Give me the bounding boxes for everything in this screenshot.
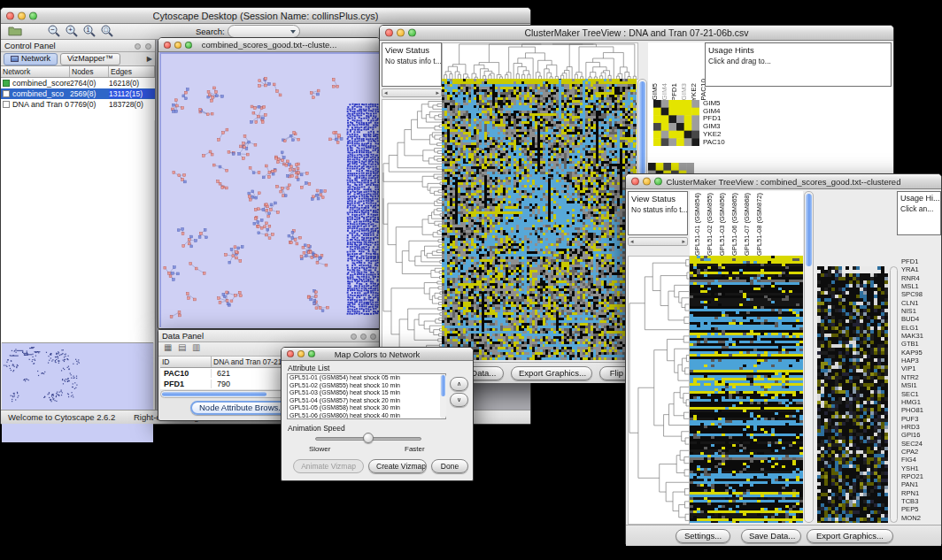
- node-attribute-browser-button[interactable]: Node Attribute Brows...: [190, 401, 293, 415]
- attribute-list-scrollbar[interactable]: [440, 374, 446, 418]
- gene-label[interactable]: NIS1: [900, 307, 941, 315]
- maximize-icon[interactable]: [654, 178, 662, 186]
- gene-label[interactable]: RPN1: [900, 489, 941, 497]
- col-id[interactable]: ID: [160, 357, 212, 367]
- maximize-icon[interactable]: [308, 350, 315, 357]
- close-icon[interactable]: [6, 12, 14, 19]
- minimize-icon[interactable]: [397, 29, 405, 37]
- heatmap-canvas[interactable]: [690, 256, 803, 523]
- scroll-left-icon[interactable]: ◂: [630, 238, 634, 245]
- close-icon[interactable]: [287, 350, 294, 357]
- treeview2-mini-scrollbar[interactable]: ◂ ▸: [628, 237, 688, 246]
- attribute-item[interactable]: GPL51-05 (GSM858) heat shock 30 min: [288, 404, 445, 412]
- experiment-column-label[interactable]: GPL51-06 (GSM865): [730, 193, 738, 256]
- dropdown-arrow-icon[interactable]: [290, 30, 296, 34]
- maximize-icon[interactable]: [185, 42, 192, 49]
- tab-network[interactable]: Network: [4, 53, 58, 65]
- scroll-right-icon[interactable]: ▸: [436, 89, 439, 96]
- done-button[interactable]: Done: [431, 459, 468, 473]
- save-data-button[interactable]: Save Data...: [741, 529, 801, 543]
- treeview2-vscroll-thumb[interactable]: [806, 194, 812, 266]
- treeview2-heatmap[interactable]: [690, 256, 803, 523]
- attribute-rows-icon[interactable]: ▤: [178, 342, 186, 353]
- attribute-item[interactable]: GPL51-02 (GSM855) heat shock 10 min: [288, 382, 445, 390]
- treeview1-top-dendrogram[interactable]: [442, 42, 638, 80]
- left-dendrogram-canvas[interactable]: [629, 257, 689, 524]
- gene-label[interactable]: MON2: [900, 514, 941, 522]
- minimize-icon[interactable]: [174, 42, 181, 49]
- gene-label[interactable]: PHO81: [900, 406, 941, 414]
- export-graphics-button[interactable]: Export Graphics...: [511, 366, 592, 380]
- gene-label[interactable]: YSH1: [900, 464, 941, 472]
- gene-label[interactable]: ELG1: [900, 324, 941, 332]
- gene-label[interactable]: PUF3: [900, 415, 941, 423]
- gene-label[interactable]: CLN1: [900, 299, 941, 307]
- gene-label[interactable]: TCB3: [900, 497, 941, 505]
- move-up-button[interactable]: ∧: [450, 377, 468, 391]
- maximize-icon[interactable]: [408, 29, 416, 37]
- attribute-item[interactable]: GPL51-06 (GSM860) heat shock 40 min: [288, 412, 445, 419]
- col-network[interactable]: Network: [1, 66, 70, 77]
- network-graph-canvas[interactable]: [161, 54, 379, 328]
- gene-column-label[interactable]: GIM3: [680, 83, 688, 101]
- treeview1-vscroll-thumb[interactable]: [639, 81, 645, 174]
- settings-button[interactable]: Settings...: [676, 529, 730, 543]
- maximize-icon[interactable]: [29, 12, 37, 19]
- minimize-icon[interactable]: [297, 350, 305, 357]
- attribute-item[interactable]: GPL51-04 (GSM857) heat shock 20 min: [288, 397, 445, 405]
- create-vizmap-button[interactable]: Create Vizmap: [368, 459, 427, 473]
- treeview1-mini-scrollbar[interactable]: ◂ ▸: [382, 88, 442, 97]
- move-down-button[interactable]: ∨: [450, 393, 468, 407]
- treeview2-left-dendrogram[interactable]: [628, 256, 690, 525]
- zoom-out-icon[interactable]: −: [47, 24, 61, 38]
- treeview1-left-dendrogram[interactable]: [382, 99, 443, 362]
- attribute-listbox[interactable]: GPL51-01 (GSM854) heat shock 05 minGPL51…: [287, 373, 446, 419]
- gene-label[interactable]: CPA2: [900, 448, 941, 456]
- experiment-column-label[interactable]: GPL51-08 (GSM872): [755, 193, 763, 256]
- attribute-item[interactable]: GPL51-03 (GSM856) heat shock 15 min: [288, 389, 445, 397]
- attribute-list-scroll-thumb[interactable]: [441, 375, 445, 396]
- export-graphics-button[interactable]: Export Graphics...: [807, 529, 893, 543]
- sub-heatmap-canvas[interactable]: [817, 266, 888, 523]
- gene-column-label[interactable]: YKE2: [690, 83, 698, 101]
- gene-label[interactable]: PEP5: [900, 505, 941, 513]
- experiment-column-label[interactable]: GPL51-02 (GSM855): [706, 193, 714, 256]
- main-titlebar[interactable]: Cytoscape Desktop (Session Name: collins…: [1, 8, 530, 24]
- experiment-column-label[interactable]: GPL51-03 (GSM856): [718, 193, 726, 256]
- data-panel-hscroll-thumb[interactable]: [162, 392, 266, 396]
- gene-label[interactable]: RNR4: [900, 274, 941, 282]
- gene-label[interactable]: RPO21: [900, 472, 941, 480]
- gene-label[interactable]: VIP1: [900, 364, 941, 372]
- gene-column-label[interactable]: GIM5: [651, 83, 659, 101]
- panel-close-icon[interactable]: [132, 42, 141, 51]
- gene-label[interactable]: GPI16: [900, 431, 941, 439]
- gene-label[interactable]: KAP95: [900, 349, 941, 357]
- experiment-column-label[interactable]: GPL51-01 (GSM854): [693, 193, 701, 256]
- gene-label[interactable]: MAK31: [900, 332, 941, 340]
- speed-slider-knob[interactable]: [363, 433, 374, 443]
- network-overview[interactable]: [2, 342, 153, 442]
- scroll-right-icon[interactable]: ▸: [682, 238, 685, 245]
- treeview1-mini-heatmap-1[interactable]: [653, 100, 699, 146]
- close-icon[interactable]: [164, 42, 171, 49]
- gene-label[interactable]: SEC24: [900, 440, 941, 448]
- tab-vizmapper[interactable]: VizMapper™: [60, 53, 120, 65]
- data-panel-close-icon[interactable]: [367, 332, 376, 341]
- zoom-in-icon[interactable]: +: [65, 24, 79, 38]
- close-icon[interactable]: [385, 29, 393, 37]
- mini-heatmap-canvas[interactable]: [653, 100, 699, 146]
- attribute-table-icon[interactable]: ▦: [164, 342, 172, 353]
- zoom-fit-icon[interactable]: □: [100, 24, 114, 38]
- treeview2-titlebar[interactable]: ClusterMaker TreeView : combined_scores_…: [626, 174, 941, 189]
- close-icon[interactable]: [631, 178, 639, 186]
- gene-label[interactable]: SEC1: [900, 390, 941, 398]
- gene-column-label[interactable]: GIM4: [660, 83, 668, 101]
- col-nodes[interactable]: Nodes: [70, 66, 109, 77]
- network-view-titlebar[interactable]: combined_scores_good.txt--cluste...: [158, 38, 380, 52]
- top-dendrogram-canvas[interactable]: [443, 43, 637, 79]
- treeview1-heatmap[interactable]: [442, 79, 637, 360]
- scroll-left-icon[interactable]: ◂: [384, 89, 388, 96]
- network-overview-canvas[interactable]: [2, 343, 153, 442]
- gene-label[interactable]: HMG1: [900, 398, 941, 406]
- gene-label[interactable]: MSL1: [900, 282, 941, 290]
